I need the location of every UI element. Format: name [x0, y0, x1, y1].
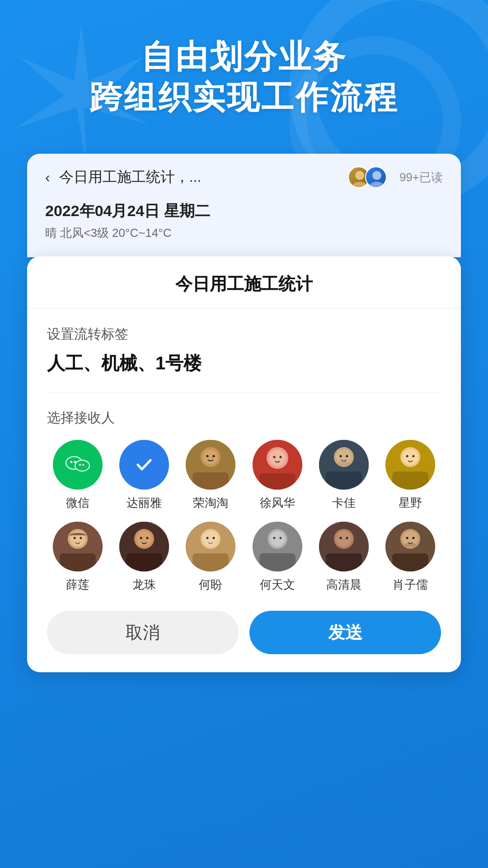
hero-line2: 跨组织实现工作流程 [0, 77, 488, 118]
svg-point-46 [140, 537, 142, 539]
recipient-name-hetianwen: 何天文 [260, 577, 295, 593]
svg-point-63 [336, 531, 352, 547]
xiaoziru-avatar [385, 522, 435, 571]
back-button[interactable]: ‹ [45, 169, 50, 186]
recipient-wechat[interactable]: 微信 [47, 440, 108, 511]
svg-rect-38 [60, 553, 96, 571]
chat-avatars [348, 166, 387, 188]
recipient-rongtaotao[interactable]: 荣淘淘 [180, 440, 241, 511]
chat-weather: 晴 北风<3级 20°C~14°C [45, 225, 443, 241]
recipient-name-wechat: 微信 [66, 495, 89, 511]
svg-rect-68 [392, 553, 428, 571]
recipient-name-xufenghua: 徐风华 [260, 495, 295, 511]
recipients-section: 选择接收人 微信 [27, 392, 461, 593]
recipient-name-gaoqingchen: 高清晨 [326, 577, 361, 593]
svg-rect-56 [259, 553, 296, 571]
hero-section: 自由划分业务 跨组织实现工作流程 [0, 36, 488, 118]
recipient-name-longzhu: 龙珠 [132, 577, 156, 593]
recipient-daliya[interactable]: 达丽雅 [113, 440, 174, 511]
recipient-xufenghua[interactable]: 徐风华 [247, 440, 308, 511]
modal-title: 今日用工施工统计 [27, 256, 461, 309]
svg-point-8 [79, 464, 81, 466]
svg-point-70 [406, 537, 408, 539]
svg-point-34 [406, 455, 408, 458]
main-modal-card: 今日用工施工统计 设置流转标签 人工、机械、1号楼 选择接收人 [27, 256, 461, 672]
chat-preview-card: ‹ 今日用工施工统计，... 99+已读 2022年04月24日 星期二 晴 北… [27, 154, 461, 257]
read-badge: 99+已读 [399, 170, 443, 185]
flow-label: 设置流转标签 [47, 325, 441, 344]
gaoqingchen-avatar [319, 522, 369, 571]
chat-title: 今日用工施工统计，... [59, 167, 339, 187]
svg-point-57 [270, 531, 285, 547]
svg-point-71 [413, 537, 415, 539]
svg-point-21 [273, 456, 275, 458]
svg-point-45 [136, 531, 152, 547]
svg-rect-44 [126, 553, 162, 571]
svg-point-59 [279, 537, 282, 539]
recipient-xingye[interactable]: 星野 [380, 440, 441, 511]
recipient-longzhu[interactable]: 龙珠 [113, 522, 174, 593]
xufenghua-avatar [253, 440, 302, 490]
svg-point-6 [70, 461, 72, 463]
rongtaotao-avatar [186, 440, 235, 490]
hero-line1: 自由划分业务 [0, 36, 488, 77]
svg-point-0 [355, 171, 364, 180]
svg-point-28 [346, 455, 348, 458]
svg-point-16 [213, 455, 215, 458]
chat-header: ‹ 今日用工施工统计，... 99+已读 [45, 166, 443, 188]
svg-point-15 [206, 455, 209, 458]
svg-point-3 [370, 182, 384, 188]
svg-point-41 [80, 537, 82, 539]
recipient-name-xiaoziru: 肖子儒 [393, 577, 428, 593]
flow-section: 设置流转标签 人工、机械、1号楼 [27, 309, 461, 392]
svg-point-14 [203, 450, 218, 464]
cancel-button[interactable]: 取消 [47, 611, 239, 654]
recipient-hepan[interactable]: 何盼 [180, 522, 241, 593]
svg-point-33 [403, 449, 418, 465]
svg-point-5 [75, 460, 89, 471]
hepan-avatar [186, 522, 235, 571]
chat-date: 2022年04月24日 星期二 [45, 201, 443, 222]
svg-point-1 [352, 182, 367, 188]
hetianwen-avatar [253, 522, 302, 571]
svg-rect-25 [326, 472, 362, 490]
recipient-name-rongtaotao: 荣淘淘 [193, 495, 228, 511]
svg-rect-72 [404, 543, 416, 547]
recipients-label: 选择接收人 [47, 409, 441, 427]
flow-value: 人工、机械、1号楼 [47, 351, 441, 392]
svg-rect-13 [192, 472, 229, 490]
recipient-name-xuelian: 薛莲 [66, 577, 89, 593]
svg-point-51 [203, 531, 218, 547]
recipient-hetianwen[interactable]: 何天文 [247, 522, 308, 593]
recipient-xuelian[interactable]: 薛莲 [47, 522, 108, 593]
svg-point-58 [273, 537, 275, 539]
recipient-name-daliya: 达丽雅 [127, 495, 162, 511]
svg-rect-29 [338, 462, 350, 465]
recipient-name-xingye: 星野 [399, 495, 422, 511]
svg-point-7 [74, 461, 76, 463]
svg-point-10 [131, 451, 158, 478]
daliya-avatar [119, 440, 169, 490]
wechat-avatar [53, 440, 103, 490]
svg-rect-32 [392, 472, 428, 490]
svg-point-65 [346, 537, 348, 539]
card-area: ‹ 今日用工施工统计，... 99+已读 2022年04月24日 星期二 晴 北… [27, 154, 461, 672]
recipient-kajia[interactable]: 卡佳 [313, 440, 374, 511]
xingye-avatar [385, 440, 435, 490]
recipient-gaoqingchen[interactable]: 高清晨 [313, 522, 374, 593]
avatars-grid: 微信 达丽雅 [47, 440, 441, 593]
svg-rect-50 [192, 553, 229, 571]
send-button[interactable]: 发送 [249, 611, 441, 654]
svg-point-35 [413, 455, 415, 458]
kajia-avatar [319, 440, 369, 490]
svg-rect-19 [259, 473, 296, 490]
svg-point-9 [82, 464, 84, 466]
svg-point-47 [146, 537, 148, 539]
svg-rect-62 [326, 553, 362, 571]
svg-point-40 [73, 537, 75, 539]
recipient-name-kajia: 卡佳 [332, 495, 356, 511]
longzhu-avatar [119, 522, 169, 571]
action-buttons: 取消 发送 [27, 611, 461, 654]
svg-point-53 [213, 537, 215, 539]
recipient-xiaoziru[interactable]: 肖子儒 [380, 522, 441, 593]
